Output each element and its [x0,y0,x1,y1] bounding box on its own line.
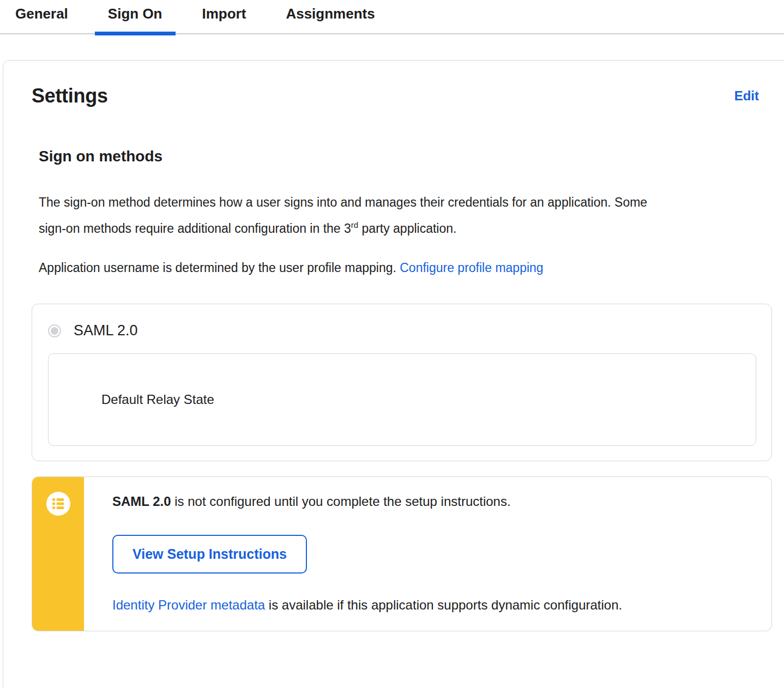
app-tabs: General Sign On Import Assignments [0,0,784,34]
metadata-line-rest: is available if this application support… [265,598,622,612]
callout-message-rest: is not configured until you complete the… [171,494,511,509]
sign-on-description-tail: party application. [358,221,456,236]
callout-message: SAML 2.0 is not configured until you com… [112,494,750,509]
tab-general[interactable]: General [2,0,81,33]
sign-on-methods-heading: Sign on methods [39,148,772,165]
settings-card: Settings Edit Sign on methods The sign-o… [3,60,784,688]
saml-option-box: SAML 2.0 Default Relay State [32,304,772,461]
ordinal-superscript: rd [351,220,358,230]
bulleted-list-icon [46,492,70,516]
identity-provider-metadata-link[interactable]: Identity Provider metadata [112,598,265,612]
tab-assignments-label: Assignments [286,5,375,22]
active-tab-indicator [95,32,176,35]
configure-profile-mapping-link[interactable]: Configure profile mapping [400,261,543,275]
tab-import[interactable]: Import [189,0,260,33]
metadata-line: Identity Provider metadata is available … [112,598,750,613]
tab-general-label: General [15,5,68,22]
tab-import-label: Import [202,5,246,22]
username-mapping-text: Application username is determined by th… [39,261,400,275]
saml-setup-callout: SAML 2.0 is not configured until you com… [32,476,772,631]
saml-radio-row: SAML 2.0 [48,322,756,339]
callout-accent-strip [32,477,84,631]
default-relay-state-field: Default Relay State [48,353,756,446]
view-setup-instructions-button[interactable]: View Setup Instructions [112,535,307,574]
default-relay-state-label: Default Relay State [101,392,214,407]
tab-sign-on[interactable]: Sign On [95,0,176,33]
saml-radio-button[interactable] [48,324,61,337]
callout-message-bold: SAML 2.0 [112,494,171,509]
tab-sign-on-label: Sign On [108,5,162,22]
settings-header: Settings Edit [32,85,772,107]
sign-on-description-text: The sign-on method determines how a user… [39,195,647,236]
callout-body: SAML 2.0 is not configured until you com… [84,477,771,631]
edit-link[interactable]: Edit [734,88,759,104]
page-title: Settings [32,85,108,107]
sign-on-description: The sign-on method determines how a user… [39,189,660,242]
tab-assignments[interactable]: Assignments [273,0,388,33]
username-mapping-line: Application username is determined by th… [39,255,772,281]
saml-radio-label: SAML 2.0 [74,322,138,339]
